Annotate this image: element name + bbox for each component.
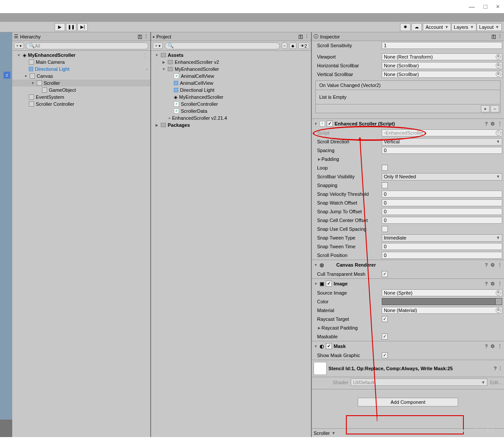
cloud-icon[interactable]: ☁ (411, 23, 422, 31)
maskable-check[interactable]: ✓ (382, 333, 388, 340)
snapping-check[interactable] (382, 182, 388, 188)
help-icon[interactable]: ? (494, 366, 497, 371)
cull-mesh-check[interactable]: ✓ (382, 271, 388, 277)
scene-row[interactable]: ▼◈MyEnhancedScroller⋮ (12, 52, 150, 59)
project-item[interactable]: ▫EnhancedScroller v2.21.4 (151, 115, 311, 122)
more-icon[interactable]: ⋮ (143, 52, 148, 58)
viewport-field[interactable]: None (Rect Transform)⊙ (382, 53, 502, 60)
account-dropdown[interactable]: Account▼ (423, 23, 451, 31)
snap-center-field[interactable]: 0 (382, 217, 502, 224)
project-tree: ▼Assets ▶EnhancedScroller v2 ▼MyEnhanced… (151, 51, 311, 437)
preset-icon[interactable]: ⚙ (490, 262, 495, 268)
hierarchy-item-selected[interactable]: ▼Scroller (12, 80, 150, 87)
padding-foldout[interactable]: Padding (321, 156, 386, 162)
prop-label: Snap Tween Type (317, 235, 382, 240)
create-dropdown[interactable]: + ▾ (14, 42, 24, 49)
project-folder[interactable]: ▶Packages (151, 122, 311, 128)
component-header[interactable]: ▼◐ ✓ Mask ?⚙⋮ (312, 341, 504, 351)
component-header[interactable]: ▼▣ ✓ Image ?⚙⋮ (312, 279, 504, 288)
shader-select[interactable]: UI/Default▼ (351, 378, 487, 386)
hierarchy-item[interactable]: GameObject (12, 87, 150, 94)
project-item[interactable]: Directional Light (151, 87, 311, 94)
window-maximize[interactable]: □ (483, 3, 487, 10)
hscrollbar-field[interactable]: None (Scrollbar)⊙ (382, 62, 502, 69)
component-enable-check[interactable]: ✓ (326, 343, 332, 349)
shader-edit-button[interactable]: Edit... (490, 380, 502, 385)
panel-lock-icon[interactable]: ⚿ (138, 34, 142, 39)
panel-menu-icon[interactable]: ⋮ (304, 34, 309, 39)
loop-check[interactable] (382, 165, 388, 171)
filter-label-icon[interactable]: ◆ (289, 42, 297, 49)
project-item[interactable]: #ScrollerController (151, 101, 311, 108)
more-icon[interactable]: ⋮ (497, 281, 502, 287)
help-icon[interactable]: ? (485, 262, 488, 268)
material-field[interactable]: None (Material)⊙ (382, 307, 502, 314)
project-item[interactable]: #ScrollerData (151, 108, 311, 115)
window-minimize[interactable]: — (469, 3, 475, 10)
more-icon[interactable]: ⋮ (497, 262, 502, 268)
scroll-position-field[interactable]: 0 (382, 252, 502, 259)
panel-menu-icon[interactable]: ⋮ (144, 34, 148, 39)
hierarchy-item[interactable]: ▼Canvas (12, 73, 150, 80)
project-folder[interactable]: ▼Assets (151, 52, 311, 59)
snap-velocity-field[interactable]: 0 (382, 191, 502, 198)
source-image-field[interactable]: None (Sprite)⊙ (382, 289, 502, 296)
layers-dropdown[interactable]: Layers▼ (451, 23, 476, 31)
snap-watch-field[interactable]: 0 (382, 199, 502, 206)
snap-tween-time-field[interactable]: 0 (382, 243, 502, 250)
event-remove-button[interactable]: − (490, 105, 499, 112)
filter-type-icon[interactable]: ▫ (282, 42, 287, 49)
component-enable-check[interactable]: ✓ (326, 281, 332, 287)
project-search[interactable]: 🔍 (165, 42, 280, 49)
help-icon[interactable]: ? (485, 344, 488, 349)
event-add-button[interactable]: + (481, 105, 490, 112)
project-item[interactable]: #AnimalCellView (151, 73, 311, 80)
pause-button[interactable]: ❚❚ (66, 23, 76, 31)
more-icon[interactable]: ⋮ (498, 366, 503, 372)
panel-menu-icon[interactable]: ⋮ (497, 34, 502, 39)
help-icon[interactable]: ? (485, 121, 488, 127)
hierarchy-item[interactable]: Directional Light› (12, 66, 150, 73)
hierarchy-item[interactable]: Scroller Controller (12, 101, 150, 108)
snap-spacing-check[interactable] (382, 226, 388, 232)
color-field[interactable] (382, 298, 502, 305)
more-icon[interactable]: ⋮ (497, 121, 502, 127)
hidden-count[interactable]: 👁2 (298, 42, 309, 49)
hierarchy-item[interactable]: Main Camera (12, 59, 150, 66)
project-item[interactable]: AnimalCellView (151, 80, 311, 87)
snap-jump-field[interactable]: 0 (382, 208, 502, 215)
sensitivity-field[interactable]: 1 (382, 42, 502, 49)
raycast-check[interactable]: ✓ (382, 316, 388, 322)
preset-icon[interactable]: ⚙ (490, 344, 495, 349)
spacing-field[interactable]: 0 (382, 147, 502, 154)
gizmo-z-axis[interactable]: z (3, 72, 10, 79)
help-icon[interactable]: ? (485, 281, 488, 287)
project-item[interactable]: ◈MyEnhancedScroller (151, 94, 311, 101)
step-button[interactable]: ▶| (77, 23, 88, 31)
panel-lock-icon[interactable]: ⚿ (298, 34, 303, 39)
component-header[interactable]: ▼◎ Canvas Renderer ?⚙⋮ (312, 260, 504, 270)
snap-tween-type-select[interactable]: Immediate▼ (382, 234, 502, 242)
component-enable-check[interactable]: ✓ (327, 121, 333, 127)
more-icon[interactable]: ⋮ (497, 344, 502, 349)
hierarchy-item[interactable]: EventSystem (12, 94, 150, 101)
create-dropdown[interactable]: + ▾ (153, 42, 163, 49)
play-button[interactable]: ▶ (55, 23, 65, 31)
panel-lock-icon[interactable]: ⚿ (491, 34, 496, 39)
preset-icon[interactable]: ⚙ (490, 121, 495, 127)
show-mask-check[interactable]: ✓ (382, 352, 388, 358)
grid-icon[interactable]: ✹ (400, 23, 411, 31)
project-folder[interactable]: ▼MyEnhancedScroller (151, 66, 311, 73)
raycast-padding-foldout[interactable]: Raycast Padding (321, 325, 386, 330)
vscrollbar-field[interactable]: None (Scrollbar)⊙ (382, 71, 502, 78)
material-row[interactable]: Stencil Id:1, Op:Replace, Comp:Always, W… (312, 360, 504, 377)
add-component-button[interactable]: Add Component (358, 398, 458, 406)
preset-icon[interactable]: ⚙ (490, 281, 495, 287)
hierarchy-search[interactable]: 🔍 All (26, 42, 148, 49)
layout-dropdown[interactable]: Layout▼ (476, 23, 502, 31)
component-header[interactable]: ▼# ✓ Enhanced Scroller (Script) ?⚙⋮ (312, 119, 504, 128)
project-folder[interactable]: ▶EnhancedScroller v2 (151, 59, 311, 66)
scrollbar-visibility-select[interactable]: Only If Needed▼ (382, 173, 502, 181)
window-close[interactable]: × (496, 3, 500, 10)
scroll-direction-select[interactable]: Vertical▼ (382, 138, 502, 146)
